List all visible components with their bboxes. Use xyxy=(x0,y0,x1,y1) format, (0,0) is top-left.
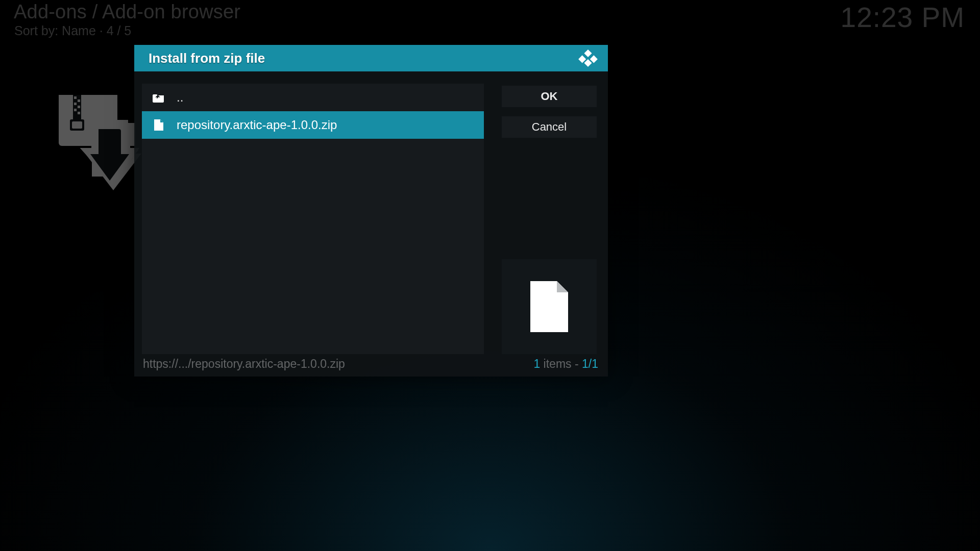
footer-count-number: 1 xyxy=(533,357,540,370)
footer-count-pos: 1/1 xyxy=(582,357,598,370)
file-list: .. repository.arxtic-ape-1.0.0.zip xyxy=(142,84,484,354)
svg-rect-18 xyxy=(78,112,80,114)
zip-download-icon xyxy=(59,95,143,192)
footer-count-word: items - xyxy=(540,357,582,370)
list-item-label: repository.arxtic-ape-1.0.0.zip xyxy=(177,118,337,132)
dialog-title: Install from zip file xyxy=(149,51,265,66)
list-item-zip[interactable]: repository.arxtic-ape-1.0.0.zip xyxy=(142,111,484,139)
svg-rect-13 xyxy=(74,96,77,99)
file-icon xyxy=(530,281,568,332)
svg-rect-15 xyxy=(74,103,77,105)
footer-count: 1 items - 1/1 xyxy=(533,357,598,371)
ok-button[interactable]: OK xyxy=(502,86,597,107)
svg-rect-16 xyxy=(78,106,80,108)
cancel-button[interactable]: Cancel xyxy=(502,116,597,138)
breadcrumb: Add-ons / Add-on browser xyxy=(14,1,240,23)
sort-prefix: Sort by: xyxy=(14,23,62,38)
sort-pos: 4 / 5 xyxy=(107,23,132,38)
list-item-parent-dir[interactable]: .. xyxy=(142,84,484,111)
clock: 12:23 PM xyxy=(841,1,965,34)
file-icon xyxy=(151,119,166,131)
footer-path: https://.../repository.arxtic-ape-1.0.0.… xyxy=(143,357,345,371)
sort-info: Sort by: Name · 4 / 5 xyxy=(14,23,131,38)
svg-rect-17 xyxy=(74,109,77,111)
svg-rect-20 xyxy=(72,121,82,129)
install-from-zip-dialog: Install from zip file .. xyxy=(134,45,608,377)
list-item-label: .. xyxy=(177,90,183,105)
svg-rect-14 xyxy=(78,99,80,102)
kodi-logo-icon xyxy=(578,49,598,67)
dialog-title-bar: Install from zip file xyxy=(134,45,608,71)
folder-up-icon xyxy=(151,92,166,103)
sort-sep: · xyxy=(96,23,107,38)
preview-thumbnail xyxy=(502,259,597,354)
sort-value: Name xyxy=(62,23,96,38)
